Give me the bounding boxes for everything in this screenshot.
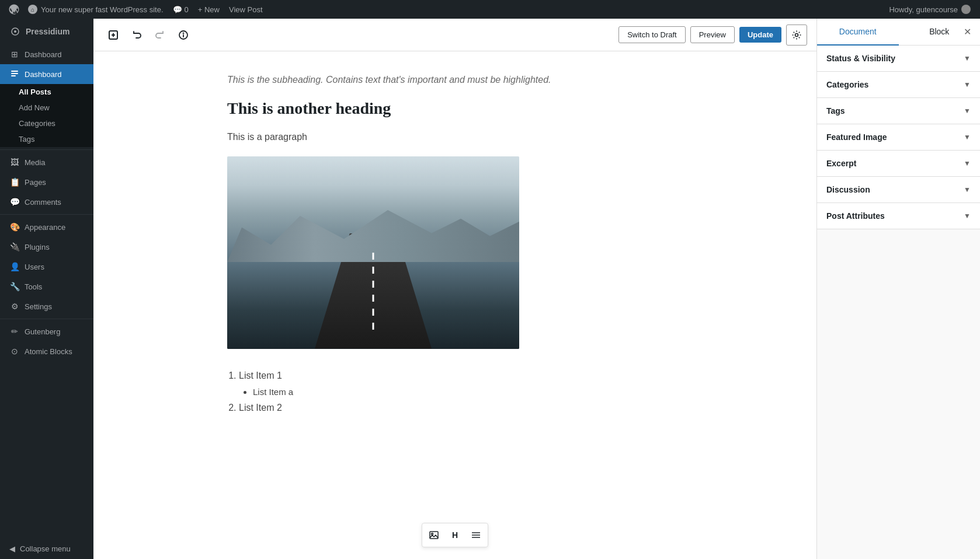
collapse-menu-button[interactable]: ◀ Collapse menu — [0, 539, 93, 559]
discussion-header[interactable]: Discussion ▼ — [817, 177, 980, 202]
switch-to-draft-button[interactable]: Switch to Draft — [618, 26, 686, 43]
tags-header[interactable]: Tags ▼ — [817, 98, 980, 124]
sidebar: Pressidium ⊞ Dashboard Dashboard All Pos… — [0, 19, 93, 559]
categories-header[interactable]: Categories ▼ — [817, 72, 980, 97]
dashboard-icon: ⊞ — [9, 49, 20, 60]
block-toolbar-heading-button[interactable]: H — [446, 526, 464, 544]
list-item: List Item 1 List Item a — [239, 368, 683, 400]
users-icon: 👤 — [9, 261, 20, 272]
settings-icon: ⚙ — [9, 301, 20, 312]
sidebar-item-appearance[interactable]: 🎨 Appearance — [0, 217, 93, 237]
panel-section-featured-image: Featured Image ▼ — [817, 124, 980, 151]
view-post-bar-item[interactable]: View Post — [224, 5, 267, 14]
chevron-down-icon: ▼ — [964, 212, 971, 220]
status-visibility-header[interactable]: Status & Visibility ▼ — [817, 46, 980, 71]
subheading-text: This is the subheading. Contains text th… — [227, 75, 683, 85]
svg-rect-4 — [11, 75, 16, 76]
mountains-visual — [227, 204, 519, 262]
toolbar-left — [103, 25, 194, 46]
nested-list: List Item a — [239, 384, 683, 400]
pages-icon: 📋 — [9, 177, 20, 187]
site-icon: ⌂ — [28, 5, 37, 14]
sidebar-sub-all-posts[interactable]: All Posts — [0, 84, 93, 100]
sidebar-item-posts[interactable]: Dashboard — [0, 64, 93, 84]
editor-content[interactable]: This is the subheading. Contains text th… — [93, 51, 816, 559]
block-toolbar-list-button[interactable] — [467, 526, 485, 544]
atomic-blocks-icon: ⊙ — [9, 346, 20, 357]
settings-button[interactable] — [786, 25, 807, 46]
post-attributes-header[interactable]: Post Attributes ▼ — [817, 203, 980, 229]
svg-rect-12 — [430, 532, 438, 539]
panel-section-post-attributes: Post Attributes ▼ — [817, 203, 980, 229]
tab-document[interactable]: Document — [817, 19, 899, 46]
sidebar-sub-categories[interactable]: Categories — [0, 116, 93, 131]
tools-icon: 🔧 — [9, 281, 20, 292]
sidebar-item-media[interactable]: 🖼 Media — [0, 152, 93, 172]
editor-canvas: This is the subheading. Contains text th… — [192, 51, 718, 559]
admin-bar: ⌂ Your new super fast WordPress site. 💬 … — [0, 0, 980, 19]
avatar — [961, 5, 971, 14]
sidebar-item-atomic-blocks[interactable]: ⊙ Atomic Blocks — [0, 341, 93, 361]
svg-point-10 — [183, 33, 184, 33]
sidebar-divider-1 — [0, 149, 93, 150]
sidebar-item-tools[interactable]: 🔧 Tools — [0, 277, 93, 296]
sidebar-sub-add-new[interactable]: Add New — [0, 100, 93, 116]
sidebar-item-plugins[interactable]: 🔌 Plugins — [0, 237, 93, 257]
panel-tabs: Document Block ✕ — [817, 19, 980, 46]
undo-button[interactable] — [126, 25, 147, 46]
nested-list-item: List Item a — [253, 384, 683, 400]
right-panel: Document Block ✕ Status & Visibility ▼ C… — [816, 19, 980, 559]
editor-toolbar: Switch to Draft Preview Update — [93, 19, 816, 51]
content-paragraph[interactable]: This is a paragraph — [227, 130, 683, 145]
appearance-icon: 🎨 — [9, 222, 20, 232]
comments-icon: 💬 — [9, 197, 20, 207]
block-toolbar-float: H — [422, 523, 488, 547]
sidebar-divider-2 — [0, 214, 93, 215]
content-list[interactable]: List Item 1 List Item a List Item 2 — [227, 368, 683, 417]
howdy-bar-item: Howdy, gutencourse — [884, 5, 975, 14]
sidebar-sub-tags[interactable]: Tags — [0, 131, 93, 147]
content-heading[interactable]: This is another heading — [227, 99, 683, 118]
posts-submenu: All Posts Add New Categories Tags — [0, 84, 93, 147]
posts-icon — [9, 69, 20, 79]
comment-icon: 💬 — [173, 5, 182, 14]
sidebar-item-comments[interactable]: 💬 Comments — [0, 192, 93, 212]
editor-area: Switch to Draft Preview Update — [93, 19, 816, 559]
panel-section-status-visibility: Status & Visibility ▼ — [817, 46, 980, 72]
svg-rect-3 — [11, 73, 18, 74]
svg-point-1 — [14, 30, 16, 33]
block-toolbar-image-button[interactable] — [425, 526, 443, 544]
sidebar-item-dashboard[interactable]: ⊞ Dashboard — [0, 44, 93, 64]
sidebar-brand: Pressidium — [0, 19, 93, 44]
chevron-down-icon: ▼ — [964, 159, 971, 167]
panel-section-tags: Tags ▼ — [817, 98, 980, 124]
sidebar-item-users[interactable]: 👤 Users — [0, 257, 93, 277]
update-button[interactable]: Update — [739, 27, 781, 43]
add-block-button[interactable] — [103, 25, 124, 46]
redo-button[interactable] — [150, 25, 171, 46]
wp-logo-icon[interactable] — [5, 0, 23, 19]
featured-image-header[interactable]: Featured Image ▼ — [817, 124, 980, 150]
sidebar-item-pages[interactable]: 📋 Pages — [0, 172, 93, 192]
new-bar-item[interactable]: + New — [193, 5, 224, 14]
media-icon: 🖼 — [9, 157, 20, 167]
excerpt-header[interactable]: Excerpt ▼ — [817, 151, 980, 176]
road-image-visual — [227, 156, 519, 349]
toolbar-right: Switch to Draft Preview Update — [618, 25, 807, 46]
main-layout: Pressidium ⊞ Dashboard Dashboard All Pos… — [0, 19, 980, 559]
panel-section-categories: Categories ▼ — [817, 72, 980, 98]
site-name[interactable]: ⌂ Your new super fast WordPress site. — [23, 5, 168, 14]
preview-button[interactable]: Preview — [690, 26, 735, 43]
chevron-down-icon: ▼ — [964, 54, 971, 62]
comments-bar-item[interactable]: 💬 0 — [168, 5, 193, 14]
panel-close-button[interactable]: ✕ — [959, 24, 975, 40]
info-button[interactable] — [173, 25, 194, 46]
brand-icon — [9, 26, 21, 37]
content-image[interactable] — [227, 156, 519, 349]
sidebar-item-settings[interactable]: ⚙ Settings — [0, 296, 93, 316]
chevron-down-icon: ▼ — [964, 81, 971, 89]
panel-section-excerpt: Excerpt ▼ — [817, 151, 980, 177]
sidebar-item-gutenberg[interactable]: ✏ Gutenberg — [0, 322, 93, 341]
sidebar-divider-3 — [0, 319, 93, 319]
chevron-down-icon: ▼ — [964, 133, 971, 141]
